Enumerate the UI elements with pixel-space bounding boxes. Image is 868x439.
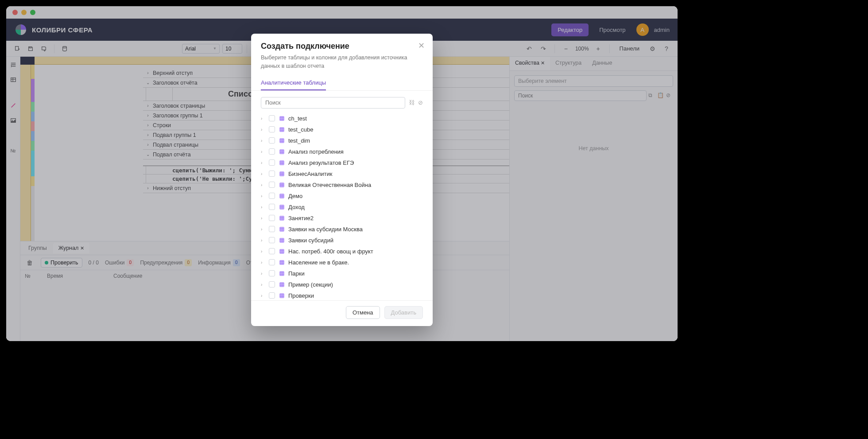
chevron-right-icon[interactable]: › <box>261 227 265 232</box>
cancel-button[interactable]: Отмена <box>346 306 380 319</box>
add-button[interactable]: Добавить <box>384 306 423 319</box>
svg-rect-14 <box>280 205 284 209</box>
checkbox[interactable] <box>269 159 275 166</box>
table-label: Анализ потребления <box>288 148 344 155</box>
modal-tab-analytical[interactable]: Аналитические таблицы <box>261 76 326 90</box>
table-item[interactable]: ›Проверки <box>261 290 423 301</box>
cube-icon <box>279 204 285 210</box>
cube-icon <box>279 148 285 155</box>
chevron-right-icon[interactable]: › <box>261 282 265 287</box>
table-label: test_cube <box>288 126 313 133</box>
chevron-right-icon[interactable]: › <box>261 260 265 265</box>
checkbox[interactable] <box>269 115 275 121</box>
table-item[interactable]: ›Демо <box>261 190 423 202</box>
svg-rect-16 <box>280 227 284 231</box>
table-item[interactable]: ›БизнесАналитик <box>261 168 423 179</box>
table-label: test_dim <box>288 137 310 144</box>
table-item[interactable]: ›Заявки на субсидии Москва <box>261 224 423 235</box>
table-label: Заявки на субсидии Москва <box>288 226 363 233</box>
svg-rect-15 <box>280 216 284 220</box>
table-item[interactable]: ›Население не в браке. <box>261 257 423 268</box>
cube-icon <box>279 226 285 232</box>
svg-rect-8 <box>280 139 284 143</box>
checkbox[interactable] <box>269 226 275 232</box>
svg-rect-18 <box>280 249 284 253</box>
chevron-right-icon[interactable]: › <box>261 293 265 298</box>
table-label: Население не в браке. <box>288 259 349 266</box>
cube-icon <box>279 193 285 199</box>
svg-rect-12 <box>280 183 284 187</box>
cube-icon <box>279 248 285 254</box>
close-icon[interactable]: ✕ <box>418 41 425 51</box>
table-item[interactable]: ›Доход <box>261 202 423 213</box>
cube-icon <box>279 159 285 166</box>
tables-list: ›ch_test›test_cube›test_dim›Анализ потре… <box>261 113 423 301</box>
modal-overlay[interactable]: Создать подключение Выберите таблицы и к… <box>6 6 678 341</box>
table-item[interactable]: ›ch_test <box>261 113 423 124</box>
table-label: ch_test <box>288 115 307 122</box>
table-label: Занятие2 <box>288 215 314 221</box>
checkbox[interactable] <box>269 171 275 177</box>
chevron-right-icon[interactable]: › <box>261 138 265 143</box>
svg-rect-7 <box>280 128 284 132</box>
table-item[interactable]: ›Парки <box>261 268 423 279</box>
link-icon[interactable]: ⛓ <box>409 99 415 106</box>
svg-rect-10 <box>280 161 284 165</box>
table-item[interactable]: ›test_cube <box>261 124 423 135</box>
table-item[interactable]: ›test_dim <box>261 135 423 146</box>
checkbox[interactable] <box>269 148 275 155</box>
create-connection-modal: Создать подключение Выберите таблицы и к… <box>251 34 433 326</box>
unlink-icon[interactable]: ⊘ <box>418 99 423 106</box>
chevron-right-icon[interactable]: › <box>261 160 265 165</box>
chevron-right-icon[interactable]: › <box>261 249 265 254</box>
checkbox[interactable] <box>269 215 275 221</box>
chevron-right-icon[interactable]: › <box>261 238 265 243</box>
checkbox[interactable] <box>269 281 275 287</box>
modal-search-input[interactable] <box>261 97 405 109</box>
checkbox[interactable] <box>269 270 275 276</box>
svg-rect-17 <box>280 238 284 242</box>
chevron-right-icon[interactable]: › <box>261 149 265 154</box>
svg-rect-21 <box>280 283 284 287</box>
checkbox[interactable] <box>269 259 275 265</box>
table-label: Великая Отечественная Война <box>288 182 371 188</box>
table-label: Нас. потреб. 400г овощ и фрукт <box>288 248 373 255</box>
svg-rect-19 <box>280 260 284 264</box>
checkbox[interactable] <box>269 204 275 210</box>
cube-icon <box>279 171 285 177</box>
chevron-right-icon[interactable]: › <box>261 171 265 176</box>
table-label: Пример (секции) <box>288 281 333 288</box>
table-item[interactable]: ›Занятие2 <box>261 213 423 224</box>
svg-rect-20 <box>280 272 284 276</box>
cube-icon <box>279 270 285 276</box>
chevron-right-icon[interactable]: › <box>261 194 265 198</box>
table-item[interactable]: ›Пример (секции) <box>261 279 423 290</box>
chevron-right-icon[interactable]: › <box>261 183 265 187</box>
checkbox[interactable] <box>269 126 275 132</box>
modal-subtitle: Выберите таблицы и колонки для добавлени… <box>261 54 423 70</box>
chevron-right-icon[interactable]: › <box>261 205 265 210</box>
table-label: Проверки <box>288 292 314 299</box>
cube-icon <box>279 215 285 221</box>
table-label: Демо <box>288 193 302 199</box>
checkbox[interactable] <box>269 193 275 199</box>
cube-icon <box>279 281 285 287</box>
modal-title: Создать подключение <box>261 42 423 51</box>
checkbox[interactable] <box>269 292 275 299</box>
table-item[interactable]: ›Анализ потребления <box>261 146 423 157</box>
checkbox[interactable] <box>269 182 275 188</box>
chevron-right-icon[interactable]: › <box>261 127 265 132</box>
checkbox[interactable] <box>269 137 275 144</box>
table-item[interactable]: ›Анализ результатов ЕГЭ <box>261 157 423 168</box>
svg-rect-9 <box>280 150 284 154</box>
cube-icon <box>279 259 285 265</box>
chevron-right-icon[interactable]: › <box>261 271 265 276</box>
table-item[interactable]: ›Нас. потреб. 400г овощ и фрукт <box>261 246 423 257</box>
cube-icon <box>279 137 285 144</box>
checkbox[interactable] <box>269 237 275 243</box>
chevron-right-icon[interactable]: › <box>261 116 265 121</box>
table-item[interactable]: ›Великая Отечественная Война <box>261 179 423 190</box>
chevron-right-icon[interactable]: › <box>261 216 265 221</box>
checkbox[interactable] <box>269 248 275 254</box>
table-item[interactable]: ›Заявки субсидий <box>261 235 423 246</box>
